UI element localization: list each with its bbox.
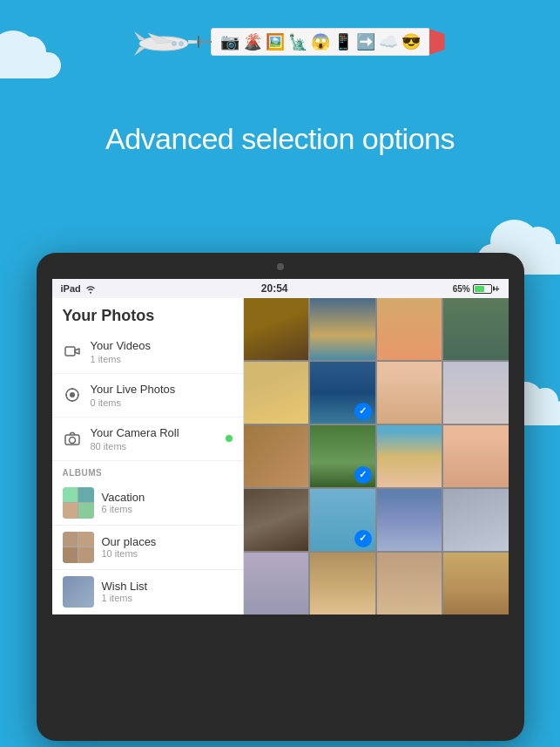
svg-point-2 — [179, 42, 183, 46]
photo-cell-17[interactable] — [244, 553, 309, 615]
status-bar: iPad 20:54 65% + — [52, 279, 509, 298]
photo-grid[interactable]: ✓ ✓ ✓ — [244, 298, 509, 615]
battery-indicator — [473, 284, 492, 294]
video-icon — [63, 342, 82, 361]
battery-body — [473, 284, 492, 294]
photo-cell-13[interactable] — [244, 489, 309, 551]
album-wishlist-thumb — [63, 576, 94, 608]
album-item-vacation[interactable]: Vacation 6 items — [52, 481, 243, 526]
sidebar-item-cameraroll[interactable]: Your Camera Roll 80 items — [52, 418, 243, 461]
sidebar-item-videos-count: 1 items — [91, 354, 233, 364]
ipad-device: iPad 20:54 65% + — [37, 253, 524, 741]
album-vacation-count: 6 items — [102, 504, 233, 514]
sidebar-item-cameraroll-title: Your Camera Roll — [91, 426, 217, 441]
status-right: 65% + — [453, 284, 500, 294]
camera-icon — [63, 429, 82, 448]
album-item-ourplaces[interactable]: Our places 10 items — [52, 526, 243, 570]
camera-roll-dot — [226, 435, 233, 442]
album-wishlist-count: 1 items — [102, 593, 233, 603]
album-vacation-info: Vacation 6 items — [102, 491, 233, 514]
status-time: 20:54 — [261, 282, 288, 295]
svg-rect-5 — [65, 347, 75, 356]
sidebar-item-videos-text: Your Videos 1 items — [91, 339, 233, 364]
battery-fill — [475, 286, 485, 292]
sidebar-item-livephotos-count: 0 items — [91, 397, 233, 408]
photo-cell-19[interactable] — [377, 553, 442, 615]
album-ourplaces-thumb — [63, 532, 94, 563]
photo-checkmark-6: ✓ — [354, 403, 372, 420]
albums-section-header: ALBUMS — [52, 461, 243, 481]
banner-emoji-7: ➡️ — [356, 32, 375, 51]
ipad-label: iPad — [61, 283, 81, 294]
airplane-banner: 📷 🌋 🖼️ 🗽 😱 📱 ➡️ ☁️ 😎 — [131, 24, 430, 59]
page-heading: Advanced selection options — [0, 122, 560, 156]
battery-pct: 65% — [453, 284, 470, 294]
photo-cell-16[interactable] — [443, 489, 509, 551]
photo-cell-3[interactable] — [377, 298, 442, 360]
photo-cell-12[interactable] — [443, 425, 509, 487]
banner-emoji-6: 📱 — [334, 32, 353, 51]
photo-cell-10[interactable]: ✓ — [310, 425, 375, 487]
photo-cell-1[interactable] — [244, 298, 309, 360]
banner-emoji-2: 🌋 — [243, 32, 262, 51]
photo-cell-20[interactable] — [443, 553, 509, 615]
battery-plus: + — [495, 284, 500, 294]
banner-emoji-1: 📷 — [220, 32, 240, 51]
svg-point-7 — [70, 392, 75, 397]
photo-cell-5[interactable] — [244, 362, 309, 424]
sidebar-item-livephotos-title: Your Live Photos — [91, 383, 233, 397]
photo-checkmark-10: ✓ — [354, 466, 372, 484]
album-item-wishlist[interactable]: Wish List 1 items — [52, 570, 243, 615]
album-wishlist-name: Wish List — [102, 580, 233, 593]
banner-emoji-5: 😱 — [311, 32, 330, 51]
sidebar-item-videos-title: Your Videos — [91, 339, 233, 354]
photo-cell-11[interactable] — [377, 425, 442, 487]
emoji-banner: 📷 🌋 🖼️ 🗽 😱 📱 ➡️ ☁️ 😎 — [211, 28, 430, 56]
banner-flag — [429, 29, 445, 55]
photo-cell-15[interactable] — [377, 489, 442, 551]
airplane-icon — [131, 24, 200, 59]
album-ourplaces-count: 10 items — [102, 548, 233, 559]
banner-emoji-4: 🗽 — [288, 32, 307, 51]
cloud-decoration-topleft — [0, 52, 61, 78]
ipad-screen: iPad 20:54 65% + — [52, 279, 509, 615]
album-vacation-name: Vacation — [102, 491, 233, 504]
your-photos-title: Your Photos — [52, 298, 243, 330]
status-left: iPad — [61, 283, 97, 294]
photo-cell-9[interactable] — [244, 425, 309, 487]
photo-cell-7[interactable] — [377, 362, 442, 424]
photo-cell-6[interactable]: ✓ — [310, 362, 375, 424]
sidebar-item-cameraroll-count: 80 items — [91, 441, 217, 452]
album-wishlist-info: Wish List 1 items — [102, 580, 233, 603]
photo-checkmark-14: ✓ — [354, 530, 372, 547]
banner-emoji-3: 🖼️ — [266, 32, 285, 51]
photo-cell-14[interactable]: ✓ — [310, 489, 375, 551]
photo-cell-4[interactable] — [443, 298, 509, 360]
sidebar-item-cameraroll-text: Your Camera Roll 80 items — [91, 426, 217, 452]
sidebar[interactable]: Your Photos Your Videos 1 items — [52, 298, 244, 615]
sidebar-item-livephotos-text: Your Live Photos 0 items — [91, 383, 233, 408]
app-content: Your Photos Your Videos 1 items — [52, 298, 509, 615]
banner-emoji-9: 😎 — [401, 32, 421, 51]
wifi-icon — [84, 284, 97, 294]
album-ourplaces-info: Our places 10 items — [102, 535, 233, 559]
album-ourplaces-name: Our places — [102, 535, 233, 548]
ipad-camera — [277, 263, 284, 270]
svg-point-1 — [172, 42, 176, 46]
photo-cell-18[interactable] — [310, 553, 375, 615]
sidebar-item-videos[interactable]: Your Videos 1 items — [52, 330, 243, 374]
photo-cell-2[interactable] — [310, 298, 375, 360]
album-vacation-thumb — [63, 487, 94, 519]
photo-cell-8[interactable] — [443, 362, 509, 424]
banner-emoji-8: ☁️ — [379, 32, 398, 51]
svg-point-13 — [69, 438, 75, 444]
sidebar-item-livephotos[interactable]: Your Live Photos 0 items — [52, 374, 243, 418]
livephoto-icon — [63, 385, 82, 404]
